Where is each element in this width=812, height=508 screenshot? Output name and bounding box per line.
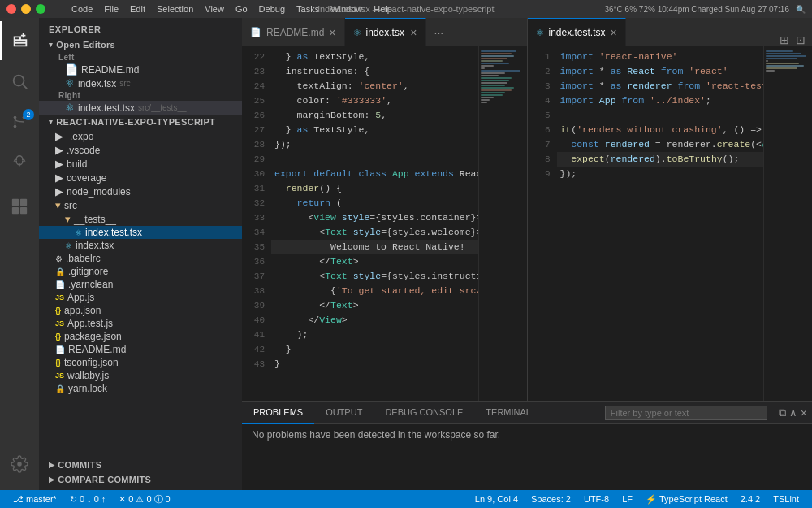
status-language[interactable]: ⚡ TypeScript React bbox=[639, 490, 734, 508]
tree-item-tests[interactable]: ▾ __tests__ bbox=[39, 212, 242, 226]
spaces-text: Spaces: 2 bbox=[531, 494, 571, 504]
minimap-right bbox=[763, 46, 812, 401]
tree-item-index-test[interactable]: ⚛ index.test.tsx bbox=[39, 226, 242, 239]
svg-rect-8 bbox=[20, 199, 27, 206]
version-text: 2.4.2 bbox=[741, 494, 760, 504]
menu-view[interactable]: View bbox=[205, 4, 224, 14]
maximize-button[interactable] bbox=[36, 4, 45, 14]
tree-item-tsconfigjson[interactable]: {} tsconfig.json bbox=[39, 356, 242, 369]
minimize-button[interactable] bbox=[21, 4, 31, 14]
close-button[interactable] bbox=[6, 4, 16, 14]
tree-item-build[interactable]: ▶ build bbox=[39, 157, 242, 171]
open-editor-index-tsx[interactable]: ⚛ index.tsx src bbox=[39, 76, 242, 90]
status-errors[interactable]: ✕ 0 ⚠ 0 ⓘ 0 bbox=[112, 490, 176, 508]
menu-selection[interactable]: Selection bbox=[157, 4, 193, 14]
file-packagejson-icon: {} bbox=[55, 332, 61, 341]
activity-git[interactable]: 2 bbox=[0, 102, 39, 141]
split-editor-icon[interactable]: ⊞ bbox=[780, 33, 789, 46]
menu-edit[interactable]: Edit bbox=[130, 4, 145, 14]
menu-go[interactable]: Go bbox=[235, 4, 248, 14]
status-sync[interactable]: ↻ 0 ↓ 0 ↑ bbox=[63, 490, 112, 508]
panel-tab-output[interactable]: OUTPUT bbox=[314, 402, 374, 424]
tree-item-wallabyjs[interactable]: JS wallaby.js bbox=[39, 369, 242, 382]
code-content-left[interactable]: } as TextStyle, instructions: { textAlig… bbox=[271, 46, 478, 401]
file-tsconfigjson-icon: {} bbox=[55, 358, 61, 367]
tab-readme[interactable]: 📄 README.md × bbox=[242, 18, 345, 46]
tree-item-appjs[interactable]: JS App.js bbox=[39, 291, 242, 304]
svg-rect-7 bbox=[12, 199, 19, 206]
index-test-tab-close[interactable]: × bbox=[611, 26, 617, 39]
editor-left: 📄 README.md × ⚛ index.tsx × ··· bbox=[242, 18, 528, 401]
activity-debug[interactable] bbox=[0, 143, 39, 182]
tree-item-vscode[interactable]: ▶ .vscode bbox=[39, 143, 242, 157]
tree-item-yarnlock[interactable]: 🔒 yarn.lock bbox=[39, 382, 242, 395]
panel-tab-problems[interactable]: PROBLEMS bbox=[242, 402, 314, 424]
index-tsx-tab-close[interactable]: × bbox=[410, 26, 417, 39]
code-content-right[interactable]: import 'react-native' import * as React … bbox=[557, 46, 764, 401]
menu-tasks[interactable]: Tasks bbox=[296, 4, 319, 14]
tree-item-index-tsx[interactable]: ⚛ index.tsx bbox=[39, 239, 242, 252]
menu-code[interactable]: Code bbox=[71, 4, 93, 14]
panel-tab-debug-console[interactable]: DEBUG CONSOLE bbox=[374, 402, 474, 424]
window-controls[interactable] bbox=[6, 4, 45, 14]
panel-tabs: PROBLEMS OUTPUT DEBUG CONSOLE TERMINAL ⧉… bbox=[242, 402, 812, 424]
open-editor-index-test[interactable]: ⚛ index.test.tsx src/__tests__ bbox=[39, 101, 242, 115]
tree-item-packagejson[interactable]: {} package.json bbox=[39, 330, 242, 343]
menu-debug[interactable]: Debug bbox=[259, 4, 285, 14]
status-encoding[interactable]: UTF-8 bbox=[577, 490, 615, 508]
panel-close-icon[interactable]: × bbox=[801, 406, 807, 419]
editor-area: 📄 README.md × ⚛ index.tsx × ··· bbox=[242, 18, 812, 490]
sidebar-header: Explorer bbox=[39, 18, 242, 37]
activity-search[interactable] bbox=[0, 62, 39, 101]
status-line-endings[interactable]: LF bbox=[615, 490, 639, 508]
tree-item-appjson[interactable]: {} app.json bbox=[39, 304, 242, 317]
menu-file[interactable]: File bbox=[104, 4, 119, 14]
tab-index-test[interactable]: ⚛ index.test.tsx × bbox=[528, 18, 626, 46]
tree-item-readmemd[interactable]: 📄 README.md bbox=[39, 343, 242, 356]
status-branch[interactable]: ⎇ master* bbox=[6, 490, 63, 508]
panel-tab-terminal[interactable]: TERMINAL bbox=[474, 402, 542, 424]
status-ln-col[interactable]: Ln 9, Col 4 bbox=[469, 490, 525, 508]
panel-copy-icon[interactable]: ⧉ bbox=[779, 406, 786, 419]
search-icon[interactable]: 🔍 bbox=[796, 5, 806, 14]
status-spaces[interactable]: Spaces: 2 bbox=[525, 490, 577, 508]
sidebar-bottom: ▶ COMMITS ▶ COMPARE COMMITS bbox=[39, 454, 242, 490]
project-section[interactable]: ▾ REACT-NATIVE-EXPO-TYPESCRIPT bbox=[39, 115, 242, 129]
more-icon[interactable]: ⊡ bbox=[796, 33, 806, 46]
tree-item-babelrc[interactable]: ⚙ .babelrc bbox=[39, 252, 242, 265]
tree-item-src[interactable]: ▾ src bbox=[39, 198, 242, 212]
tree-item-coverage[interactable]: ▶ coverage bbox=[39, 171, 242, 185]
open-editor-readme[interactable]: 📄 README.md bbox=[39, 63, 242, 76]
compare-commits-label: COMPARE COMMITS bbox=[58, 475, 151, 484]
window-title: index.test.tsx — react-native-expo-types… bbox=[317, 4, 494, 14]
readme-tab-close[interactable]: × bbox=[329, 26, 335, 39]
index-test-icon: ⚛ bbox=[65, 102, 75, 114]
filter-input[interactable] bbox=[605, 406, 767, 420]
tree-item-yarnclean[interactable]: 📄 .yarnclean bbox=[39, 278, 242, 291]
editor-right-code[interactable]: 12345 6789 import 'react-native' import … bbox=[528, 46, 813, 401]
warning-icon: ⚠ bbox=[136, 494, 144, 505]
file-index-tsx-label: index.tsx bbox=[76, 240, 114, 251]
compare-commits-section[interactable]: ▶ COMPARE COMMITS bbox=[39, 472, 242, 487]
status-linter[interactable]: TSLint bbox=[767, 490, 806, 508]
panel-collapse-icon[interactable]: ∧ bbox=[789, 406, 797, 419]
tab-more-button[interactable]: ··· bbox=[430, 18, 449, 46]
editor-left-code[interactable]: 2223242526 2728293031 3233343536 3738394… bbox=[242, 46, 527, 401]
status-version[interactable]: 2.4.2 bbox=[734, 490, 767, 508]
ts-icon: ⚡ bbox=[646, 494, 657, 505]
activity-bar: 2 bbox=[0, 18, 39, 490]
commits-section[interactable]: ▶ COMMITS bbox=[39, 458, 242, 472]
activity-extensions[interactable] bbox=[0, 187, 39, 226]
index-tsx-tab-label: index.tsx bbox=[366, 27, 404, 38]
tab-index-tsx[interactable]: ⚛ index.tsx × bbox=[345, 18, 426, 46]
tree-item-node-modules[interactable]: ▶ node_modules bbox=[39, 185, 242, 198]
line-endings-text: LF bbox=[622, 494, 633, 504]
tree-item-gitignore[interactable]: 🔒 .gitignore bbox=[39, 265, 242, 278]
tree-item-expo[interactable]: ▶ .expo bbox=[39, 129, 242, 143]
open-editors-section[interactable]: ▾ Open Editors bbox=[39, 37, 242, 52]
panel-content: No problems have been detected in the wo… bbox=[242, 424, 812, 490]
activity-settings[interactable] bbox=[0, 445, 39, 484]
activity-explorer[interactable] bbox=[0, 21, 39, 60]
index-test-path: src/__tests__ bbox=[138, 103, 186, 112]
tree-item-apptestjs[interactable]: JS App.test.js bbox=[39, 317, 242, 330]
